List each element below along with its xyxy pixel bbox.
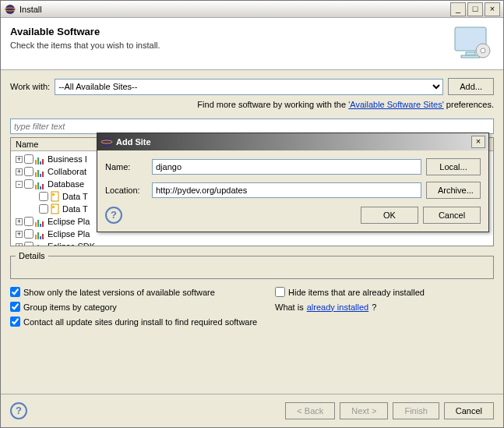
- modal-title: Add Site: [116, 137, 471, 147]
- expand-icon[interactable]: +: [16, 243, 23, 247]
- close-button[interactable]: ×: [485, 2, 500, 16]
- collapse-icon[interactable]: -: [16, 181, 23, 188]
- work-with-select[interactable]: --All Available Sites--: [55, 79, 443, 95]
- svg-rect-3: [466, 52, 475, 55]
- find-more-suffix: preferences.: [444, 100, 494, 109]
- tree-checkbox[interactable]: [24, 167, 33, 176]
- work-with-label: Work with:: [10, 82, 50, 91]
- banner: Available Software Check the items that …: [1, 18, 503, 70]
- latest-versions-label: Show only the latest versions of availab…: [23, 288, 215, 297]
- modal-close-button[interactable]: ×: [471, 136, 485, 148]
- titlebar[interactable]: Install _ □ ×: [1, 1, 503, 18]
- finish-button[interactable]: Finish: [393, 402, 439, 419]
- name-label: Name:: [105, 162, 147, 172]
- help-icon[interactable]: ?: [105, 207, 122, 224]
- contact-all-label: Contact all update sites during install …: [23, 317, 257, 327]
- hide-installed-label: Hide items that are already installed: [288, 288, 425, 297]
- location-label: Location:: [105, 186, 147, 195]
- local-button[interactable]: Local...: [426, 158, 481, 175]
- minimize-button[interactable]: _: [450, 2, 466, 16]
- svg-rect-9: [51, 204, 58, 214]
- tree-label: Data T: [62, 204, 88, 214]
- svg-rect-8: [52, 193, 55, 196]
- maximize-button[interactable]: □: [467, 2, 483, 16]
- expand-icon[interactable]: +: [16, 156, 23, 163]
- folder-icon: [35, 216, 46, 227]
- group-category-checkbox[interactable]: [10, 302, 20, 312]
- folder-icon: [35, 166, 46, 177]
- hide-installed-checkbox[interactable]: [275, 287, 285, 297]
- tree-label: Database: [48, 179, 84, 189]
- banner-text: Available Software Check the items that …: [10, 26, 453, 62]
- details-legend: Details: [16, 251, 48, 260]
- options-area: Show only the latest versions of availab…: [1, 279, 503, 339]
- add-button[interactable]: Add...: [448, 78, 494, 95]
- ok-button[interactable]: OK: [361, 207, 418, 224]
- tree-label: Eclipse Pla: [48, 217, 90, 226]
- filter-input[interactable]: [10, 118, 494, 134]
- details-group: Details: [10, 251, 494, 279]
- tree-label: Business I: [48, 154, 87, 164]
- find-more-prefix: Find more software by working with the: [197, 100, 348, 109]
- location-input[interactable]: [152, 182, 421, 198]
- wizard-buttons: ? < Back Next > Finish Cancel: [1, 394, 503, 427]
- svg-rect-7: [51, 192, 58, 201]
- tree-checkbox[interactable]: [39, 192, 48, 201]
- available-sites-link[interactable]: 'Available Software Sites': [348, 100, 444, 109]
- group-category-label: Group items by category: [23, 302, 117, 312]
- banner-heading: Available Software: [10, 26, 453, 37]
- window-title: Install: [19, 5, 449, 14]
- help-icon[interactable]: ?: [10, 402, 27, 419]
- tree-checkbox[interactable]: [24, 229, 33, 239]
- folder-icon: [35, 241, 46, 246]
- tree-checkbox[interactable]: [24, 179, 33, 189]
- archive-button[interactable]: Archive...: [426, 182, 481, 199]
- tree-label: Eclipse Pla: [48, 229, 90, 239]
- tree-checkbox[interactable]: [24, 242, 33, 246]
- tree-checkbox[interactable]: [39, 204, 48, 214]
- svg-point-11: [102, 137, 111, 147]
- next-button[interactable]: Next >: [340, 402, 388, 419]
- what-is-text: What is: [275, 302, 304, 312]
- cancel-button[interactable]: Cancel: [444, 402, 494, 419]
- question-mark: ?: [372, 302, 376, 312]
- svg-rect-10: [52, 206, 55, 208]
- tree-checkbox[interactable]: [24, 154, 33, 164]
- contact-all-checkbox[interactable]: [10, 317, 20, 327]
- tree-row[interactable]: +Eclipse SDK: [12, 240, 492, 246]
- svg-rect-4: [461, 55, 480, 58]
- already-installed-link[interactable]: already installed: [307, 302, 369, 312]
- svg-point-0: [5, 5, 15, 14]
- eclipse-icon: [4, 3, 16, 16]
- monitor-icon: [453, 26, 494, 62]
- modal-titlebar[interactable]: Add Site ×: [97, 133, 488, 150]
- folder-icon: [35, 228, 46, 239]
- folder-icon: [35, 154, 46, 164]
- page-icon: [50, 191, 61, 202]
- folder-icon: [35, 179, 46, 189]
- find-more-row: Find more software by working with the '…: [1, 98, 503, 115]
- back-button[interactable]: < Back: [285, 402, 335, 419]
- eclipse-icon: [100, 136, 113, 148]
- name-input[interactable]: [152, 159, 421, 175]
- tree-label: Eclipse SDK: [48, 242, 95, 246]
- page-icon: [50, 203, 61, 214]
- tree-label: Collaborat: [48, 167, 86, 176]
- expand-icon[interactable]: +: [16, 218, 23, 225]
- banner-subheading: Check the items that you wish to install…: [10, 41, 453, 50]
- svg-point-6: [481, 48, 485, 53]
- modal-cancel-button[interactable]: Cancel: [423, 207, 481, 224]
- expand-icon[interactable]: +: [16, 168, 23, 175]
- latest-versions-checkbox[interactable]: [10, 287, 20, 297]
- add-site-dialog: Add Site × Name: Local... Location: Arch…: [97, 133, 489, 232]
- expand-icon[interactable]: +: [16, 231, 23, 238]
- tree-label: Data T: [62, 192, 88, 201]
- work-with-row: Work with: --All Available Sites-- Add..…: [1, 70, 503, 98]
- tree-checkbox[interactable]: [24, 217, 33, 226]
- modal-body: Name: Local... Location: Archive... ? OK…: [97, 150, 488, 232]
